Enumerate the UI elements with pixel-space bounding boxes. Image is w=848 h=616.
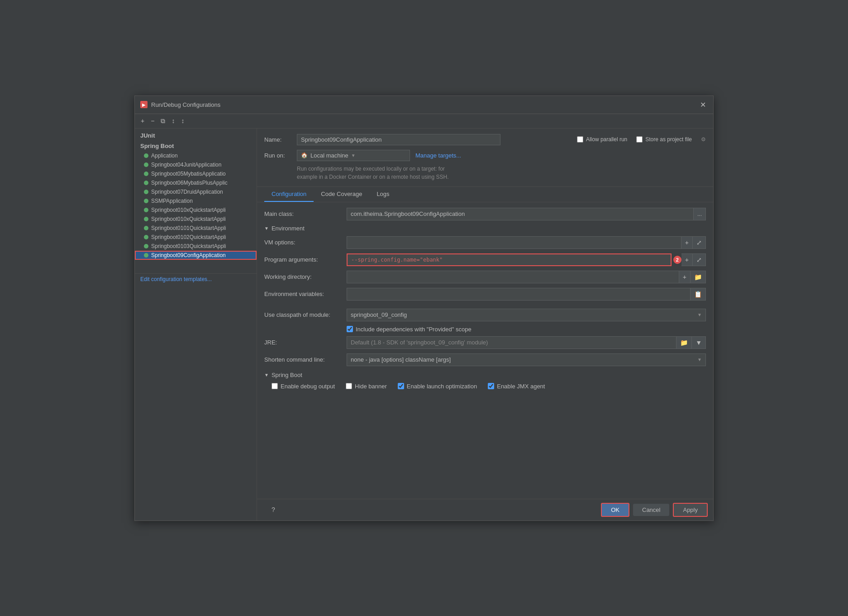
sidebar-item-label: Springboot04JunitApplication	[151, 162, 221, 168]
sidebar-bottom: Edit configuration templates...	[135, 273, 257, 284]
sort-button[interactable]: ↕	[179, 116, 186, 126]
config-header: Name: Allow parallel run Store as projec…	[257, 129, 713, 187]
cancel-button[interactable]: Cancel	[633, 504, 669, 516]
sidebar-item-springboot06[interactable]: Springboot06MybatisPlusApplic	[135, 178, 257, 187]
spring-boot-section-header[interactable]: ▼ Spring Boot	[264, 372, 706, 378]
dropdown-arrow-icon: ▼	[351, 153, 356, 158]
classpath-value: springboot_09_config	[351, 311, 407, 318]
environment-section-header[interactable]: ▼ Environment	[264, 225, 706, 232]
tab-logs[interactable]: Logs	[369, 187, 396, 202]
run-debug-dialog: ▶ Run/Debug Configurations ✕ + − ⧉ ↕ ↕ J…	[134, 96, 714, 521]
sidebar-item-label: Springboot0102QuickstartAppli	[151, 234, 226, 240]
green-dot-icon	[144, 217, 148, 221]
shorten-cmd-value: none - java [options] className [args]	[351, 356, 451, 363]
include-deps-checkbox[interactable]	[347, 326, 353, 332]
program-args-add-button[interactable]: +	[681, 253, 693, 266]
green-dot-icon	[144, 153, 148, 158]
add-button[interactable]: +	[138, 116, 147, 126]
name-row: Name: Allow parallel run Store as projec…	[264, 134, 706, 145]
sidebar-item-springboot0101[interactable]: Springboot0101QuickstartAppli	[135, 224, 257, 233]
green-dot-icon	[144, 253, 148, 258]
allow-parallel-checkbox-label[interactable]: Allow parallel run	[577, 136, 627, 143]
classpath-dropdown-arrow-icon: ▼	[697, 312, 702, 317]
env-vars-browse-button[interactable]: 📋	[691, 288, 706, 301]
environment-section-title: Environment	[272, 225, 305, 232]
manage-targets-link[interactable]: Manage targets...	[415, 152, 461, 159]
move-button[interactable]: ↕	[169, 116, 177, 126]
vm-options-input[interactable]	[347, 236, 681, 249]
env-vars-row: Environment variables: 📋	[264, 288, 706, 301]
hide-banner-option: Hide banner	[346, 383, 387, 390]
jre-dropdown-button[interactable]: ▼	[692, 336, 706, 349]
vm-options-expand-button[interactable]: ⤢	[693, 236, 706, 249]
vm-options-add-button[interactable]: +	[681, 236, 693, 249]
sidebar-item-springboot09config[interactable]: Springboot09ConfigApplication	[135, 251, 257, 260]
collapse-arrow-icon: ▼	[264, 226, 269, 231]
green-dot-icon	[144, 244, 148, 248]
classpath-row: Use classpath of module: springboot_09_c…	[264, 309, 706, 321]
vm-options-input-group: + ⤢	[347, 236, 706, 249]
enable-jmx-checkbox[interactable]	[488, 383, 494, 389]
vm-options-row: VM options: + ⤢	[264, 236, 706, 249]
sidebar-item-label: Springboot0101QuickstartAppli	[151, 225, 226, 231]
ok-button[interactable]: OK	[601, 503, 629, 517]
run-on-select[interactable]: 🏠 Local machine ▼	[297, 150, 410, 161]
gear-icon[interactable]: ⚙	[701, 136, 706, 143]
working-dir-input[interactable]	[347, 271, 679, 283]
green-dot-icon	[144, 181, 148, 185]
apply-button[interactable]: Apply	[673, 503, 708, 517]
copy-button[interactable]: ⧉	[158, 116, 167, 126]
shorten-cmd-select[interactable]: none - java [options] className [args] ▼	[347, 353, 706, 366]
env-vars-input[interactable]	[347, 288, 691, 301]
sidebar-item-ssmp[interactable]: SSMPApplication	[135, 196, 257, 205]
close-button[interactable]: ✕	[698, 100, 708, 110]
name-input[interactable]	[297, 134, 500, 145]
program-args-expand-button[interactable]: ⤢	[693, 253, 706, 266]
sidebar-item-springboot0103[interactable]: Springboot0103QuickstartAppli	[135, 242, 257, 251]
sidebar-item-label: Application	[151, 153, 178, 159]
header-checkboxes: Allow parallel run Store as project file…	[577, 136, 706, 143]
main-class-input[interactable]	[347, 208, 694, 220]
enable-launch-checkbox[interactable]	[398, 383, 404, 389]
tab-configuration[interactable]: Configuration	[264, 187, 314, 202]
help-button[interactable]: ?	[262, 503, 284, 516]
enable-debug-option: Enable debug output	[272, 383, 335, 390]
name-label: Name:	[264, 136, 291, 143]
sidebar-item-springboot010x-1[interactable]: Springboot010xQuickstartAppli	[135, 205, 257, 215]
allow-parallel-checkbox[interactable]	[577, 136, 583, 143]
hide-banner-label: Hide banner	[355, 383, 387, 390]
working-dir-add-button[interactable]: +	[679, 271, 691, 283]
main-class-browse-button[interactable]: ...	[694, 208, 706, 220]
tab-code-coverage[interactable]: Code Coverage	[314, 187, 369, 202]
store-project-checkbox-label[interactable]: Store as project file	[636, 136, 692, 143]
run-on-label: Run on:	[264, 152, 291, 159]
hide-banner-checkbox[interactable]	[346, 383, 352, 389]
jre-browse-button[interactable]: 📁	[676, 336, 692, 349]
enable-launch-label: Enable launch optimization	[407, 383, 477, 390]
sidebar-item-springboot0102[interactable]: Springboot0102QuickstartAppli	[135, 233, 257, 242]
env-vars-label: Environment variables:	[264, 291, 341, 297]
sidebar-item-springboot010x-2[interactable]: Springboot010xQuickstartAppli	[135, 215, 257, 224]
shorten-cmd-row: Shorten command line: none - java [optio…	[264, 353, 706, 366]
classpath-select[interactable]: springboot_09_config ▼	[347, 309, 706, 321]
spring-boot-options: Enable debug output Hide banner Enable l…	[264, 383, 706, 390]
spring-boot-collapse-arrow-icon: ▼	[264, 372, 269, 377]
sidebar-item-springboot05[interactable]: Springboot05MybatisApplicatio	[135, 169, 257, 178]
edit-templates-link[interactable]: Edit configuration templates...	[135, 272, 217, 286]
store-project-checkbox[interactable]	[636, 136, 643, 143]
vm-options-label: VM options:	[264, 239, 341, 246]
program-args-input-group: 2 + ⤢	[347, 253, 706, 266]
enable-debug-checkbox[interactable]	[272, 383, 278, 389]
remove-button[interactable]: −	[148, 116, 157, 126]
sidebar-item-springboot07[interactable]: Springboot07DruidApplication	[135, 187, 257, 196]
program-args-input[interactable]	[347, 253, 672, 266]
green-dot-icon	[144, 190, 148, 194]
sidebar-item-application[interactable]: Application	[135, 151, 257, 160]
working-dir-browse-button[interactable]: 📁	[691, 271, 706, 283]
main-class-label: Main class:	[264, 210, 341, 217]
green-dot-icon	[144, 172, 148, 176]
green-dot-icon	[144, 162, 148, 167]
jre-input[interactable]	[347, 336, 676, 349]
hint-line1: Run configurations may be executed local…	[297, 166, 445, 172]
sidebar-item-springboot04[interactable]: Springboot04JunitApplication	[135, 160, 257, 169]
